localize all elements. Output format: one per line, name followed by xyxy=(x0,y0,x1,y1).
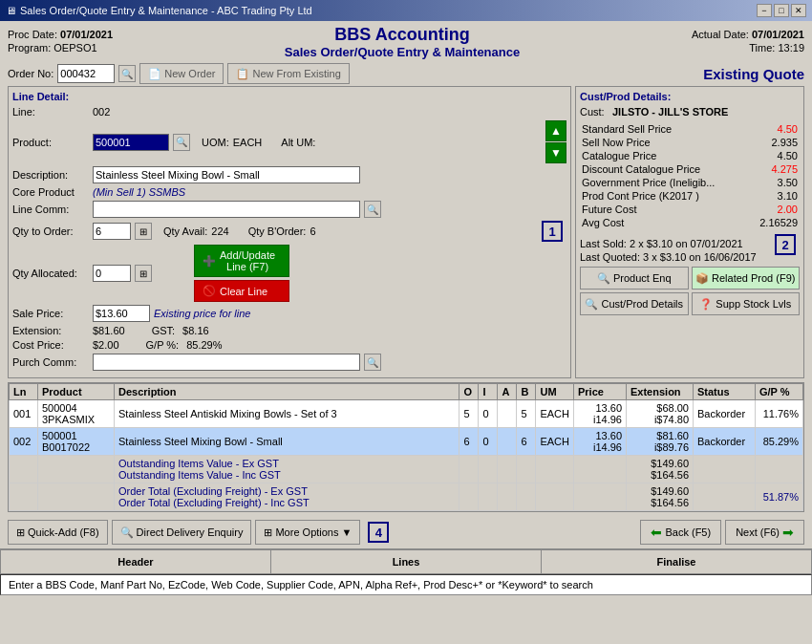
product-enq-button[interactable]: 🔍 Product Enq xyxy=(580,267,689,290)
description-input[interactable] xyxy=(93,166,360,183)
order-no-input[interactable] xyxy=(57,64,115,83)
quick-add-button[interactable]: ⊞ Quick-Add (F8) xyxy=(8,520,108,545)
cust-row: Cust: JILSTO - JILL'S STORE xyxy=(580,106,800,118)
order-no-label: Order No: xyxy=(8,68,53,79)
search-icon[interactable]: 🔍 xyxy=(118,65,136,82)
new-order-icon: 📄 xyxy=(148,68,161,80)
badge-2: 2 xyxy=(775,234,796,255)
time-value: 13:19 xyxy=(778,42,804,54)
tab-bar: Header Lines Finalise xyxy=(0,548,812,574)
cell-b: 6 xyxy=(517,428,536,456)
cust-prod-details-button[interactable]: 🔍 Cust/Prod Details xyxy=(580,292,689,315)
cell-b: 5 xyxy=(517,400,536,428)
cust-prod-details-icon: 🔍 xyxy=(585,298,598,311)
summary-value-1: $149.60$164.56 xyxy=(627,456,694,483)
qty-allocated-input[interactable] xyxy=(93,265,131,282)
gst-label: GST: xyxy=(152,325,175,336)
sub-title: Sales Order/Quote Entry & Maintenance xyxy=(285,45,520,59)
cp-btn-row-2: 🔍 Cust/Prod Details ❓ Supp Stock Lvls xyxy=(580,292,800,315)
qty-order-label: Qty to Order: xyxy=(12,225,89,237)
tab-lines[interactable]: Lines xyxy=(270,549,541,574)
price-label: Future Cost xyxy=(582,204,750,215)
clear-line-button[interactable]: 🚫 Clear Line xyxy=(194,280,289,302)
existing-price-note: Existing price for line xyxy=(154,308,251,319)
maximize-button[interactable]: □ xyxy=(774,4,789,17)
new-from-existing-button[interactable]: 📋 New From Existing xyxy=(227,63,349,84)
total-label: Order Total (Excluding Freight) - Ex GST… xyxy=(115,483,459,511)
dropdown-icon: ▼ xyxy=(341,526,352,538)
next-button[interactable]: Next (F6) ➡ xyxy=(725,520,804,545)
tab-finalise[interactable]: Finalise xyxy=(541,549,812,574)
cust-label: Cust: xyxy=(580,106,609,118)
cell-ln: 002 xyxy=(10,428,38,456)
price-value: 3.10 xyxy=(752,190,798,202)
total-cell-i xyxy=(479,483,498,511)
minimize-button[interactable]: − xyxy=(757,4,772,17)
summary-cell-um xyxy=(536,456,574,483)
order-table: Ln Product Description O I A B UM Price … xyxy=(9,383,803,511)
price-row: Government Price (Ineligib...3.50 xyxy=(582,177,798,188)
cell-price: 13.60i14.96 xyxy=(574,400,627,428)
total-cell-empty2 xyxy=(38,483,115,511)
core-product-label: Core Product xyxy=(12,186,89,198)
direct-delivery-button[interactable]: 🔍 Direct Delivery Enquiry xyxy=(112,520,252,545)
summary-cell-empty2 xyxy=(38,456,115,483)
bottom-toolbar: ⊞ Quick-Add (F8) 🔍 Direct Delivery Enqui… xyxy=(0,516,812,548)
table-row[interactable]: 0015000043PKASMIXStainless Steel Antiski… xyxy=(10,400,803,428)
col-header-price: Price xyxy=(574,384,627,400)
qty-allocated-label: Qty Allocated: xyxy=(12,268,89,279)
supp-stock-lvls-button[interactable]: ❓ Supp Stock Lvls xyxy=(692,292,801,315)
cell-gp: 11.76% xyxy=(756,400,803,428)
qty-order-input[interactable] xyxy=(93,223,131,240)
cust-prod-buttons: 🔍 Product Enq 📦 Related Prod (F9) 🔍 Cust… xyxy=(580,267,800,315)
tab-header[interactable]: Header xyxy=(0,549,270,574)
line-comm-search-icon[interactable]: 🔍 xyxy=(364,201,381,218)
col-header-desc: Description xyxy=(115,384,459,400)
price-value: 4.275 xyxy=(752,163,798,175)
table-header-row: Ln Product Description O I A B UM Price … xyxy=(10,384,803,400)
cost-price-label: Cost Price: xyxy=(12,339,89,351)
last-sold: Last Sold: 2 x $3.10 on 07/01/2021 xyxy=(580,238,771,249)
qty-alloc-calc-button[interactable]: ⊞ xyxy=(135,265,152,282)
add-update-button[interactable]: ➕ Add/UpdateLine (F7) xyxy=(194,245,289,277)
toolbar: Order No: 🔍 📄 New Order 📋 New From Exist… xyxy=(0,61,812,86)
close-button[interactable]: ✕ xyxy=(791,4,806,17)
purch-comm-search-icon[interactable]: 🔍 xyxy=(364,354,381,371)
summary-cell-b xyxy=(517,456,536,483)
status-text: Enter a BBS Code, Manf Part No, EzCode, … xyxy=(9,579,593,590)
title-bar-text: Sales Order/Quote Entry & Maintenance - … xyxy=(20,5,312,16)
col-header-ext: Extension xyxy=(627,384,694,400)
title-bar: 🖥 Sales Order/Quote Entry & Maintenance … xyxy=(0,0,812,21)
center-title: BBS Accounting Sales Order/Quote Entry &… xyxy=(285,25,520,59)
product-search-icon[interactable]: 🔍 xyxy=(173,134,190,151)
line-down-button[interactable]: ▼ xyxy=(545,142,566,163)
sale-price-input[interactable] xyxy=(93,305,150,322)
description-row: Description: xyxy=(12,166,566,183)
product-input[interactable] xyxy=(93,134,169,151)
purch-comm-input[interactable] xyxy=(93,354,360,371)
line-comm-input[interactable] xyxy=(93,201,360,218)
table-row[interactable]: 002500001B0017022Stainless Steel Mixing … xyxy=(10,428,803,456)
actual-date-value: 07/01/2021 xyxy=(752,29,804,40)
col-header-status: Status xyxy=(694,384,756,400)
more-options-button[interactable]: ⊞ More Options ▼ xyxy=(255,520,360,545)
cust-prod-panel: Cust/Prod Details: Cust: JILSTO - JILL'S… xyxy=(575,86,804,378)
cell-i: 0 xyxy=(479,428,498,456)
price-row: Avg Cost2.16529 xyxy=(582,217,798,228)
new-order-button[interactable]: 📄 New Order xyxy=(139,63,224,84)
price-value: 4.50 xyxy=(752,150,798,161)
price-label: Discount Catalogue Price xyxy=(582,163,750,175)
cell-desc: Stainless Steel Antiskid Mixing Bowls - … xyxy=(115,400,459,428)
back-button[interactable]: ⬅ Back (F5) xyxy=(640,520,721,545)
line-detail-title: Line Detail: xyxy=(12,91,566,102)
qty-calc-button[interactable]: ⊞ xyxy=(135,223,152,240)
price-row: Future Cost2.00 xyxy=(582,204,798,215)
line-up-button[interactable]: ▲ xyxy=(545,120,566,141)
new-from-existing-icon: 📋 xyxy=(236,68,249,80)
col-header-ln: Ln xyxy=(10,384,38,400)
program-value: OEPSO1 xyxy=(53,42,96,54)
related-prod-button[interactable]: 📦 Related Prod (F9) xyxy=(692,267,801,290)
main-title: BBS Accounting xyxy=(285,25,520,45)
total-cell-a xyxy=(498,483,517,511)
cell-product: 500001B0017022 xyxy=(38,428,115,456)
